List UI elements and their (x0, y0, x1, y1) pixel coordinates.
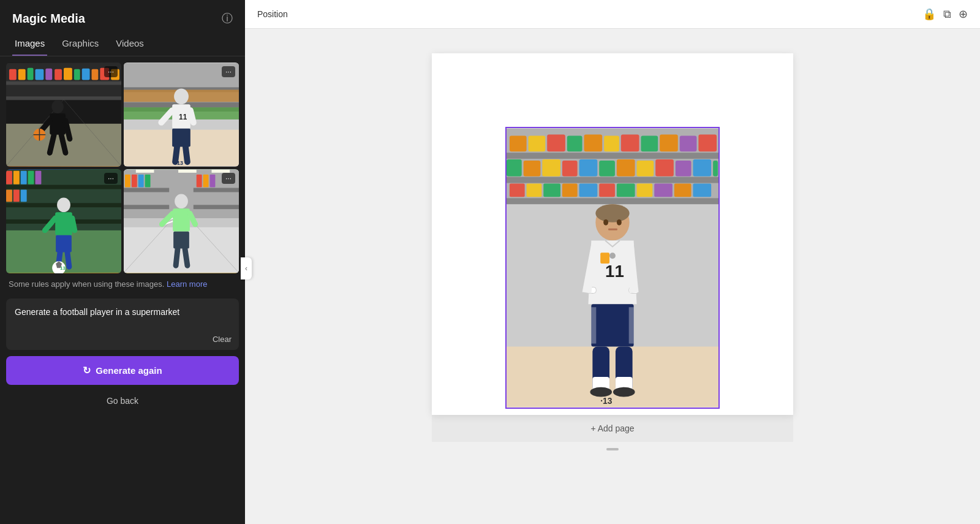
svg-point-142 (617, 219, 622, 226)
svg-text:13: 13 (60, 265, 66, 271)
top-bar-icons: 🔒 ⧉ ⊕ (922, 7, 968, 21)
position-label: Position (257, 9, 288, 19)
svg-rect-106 (547, 135, 565, 152)
svg-rect-101 (507, 153, 718, 159)
svg-rect-121 (617, 159, 635, 177)
svg-rect-117 (542, 159, 560, 177)
svg-rect-47 (6, 185, 121, 189)
svg-rect-63 (56, 235, 72, 253)
selected-image[interactable]: 11 (505, 127, 720, 409)
clear-button[interactable]: Clear (213, 335, 232, 344)
svg-rect-108 (584, 135, 603, 152)
svg-point-144 (609, 253, 616, 259)
svg-rect-9 (55, 69, 62, 80)
learn-more-link[interactable]: Learn more (167, 279, 207, 289)
add-page-bar[interactable]: + Add page (432, 415, 793, 442)
svg-rect-127 (510, 184, 525, 197)
svg-line-62 (72, 218, 75, 230)
svg-rect-120 (599, 161, 615, 177)
svg-rect-135 (654, 184, 673, 197)
svg-rect-103 (507, 198, 718, 204)
svg-rect-74 (124, 188, 169, 192)
thumb-menu-1[interactable]: ··· (104, 66, 118, 77)
svg-rect-81 (145, 175, 151, 188)
svg-rect-55 (6, 190, 12, 202)
thumb-menu-2[interactable]: ··· (222, 66, 235, 77)
svg-rect-129 (543, 184, 560, 197)
thumb-menu-4[interactable]: ··· (222, 173, 235, 184)
svg-rect-10 (64, 68, 72, 80)
svg-rect-71 (136, 170, 154, 173)
canvas-area: 11 (245, 29, 980, 524)
image-thumb-1[interactable]: ··· (6, 63, 121, 167)
collapse-panel-button[interactable]: ‹ (241, 257, 252, 279)
svg-rect-105 (529, 135, 546, 151)
panel-title: Magic Media (12, 12, 85, 26)
svg-rect-111 (641, 135, 658, 151)
svg-rect-95 (173, 232, 189, 249)
svg-rect-79 (132, 175, 137, 188)
svg-rect-130 (562, 184, 578, 197)
page-dot-1[interactable] (606, 448, 619, 450)
svg-point-19 (51, 100, 64, 113)
svg-rect-2 (6, 82, 121, 85)
image-thumb-4[interactable]: ··· (124, 169, 239, 273)
svg-line-43 (186, 146, 187, 162)
refresh-icon: ↻ (83, 365, 91, 376)
svg-rect-115 (507, 159, 522, 177)
svg-rect-118 (562, 161, 578, 177)
svg-point-36 (174, 88, 189, 104)
add-icon[interactable]: ⊕ (959, 7, 968, 21)
svg-rect-124 (676, 161, 692, 177)
svg-rect-50 (6, 171, 12, 184)
panel-header: Magic Media ⓘ (0, 0, 245, 33)
svg-rect-52 (21, 171, 27, 184)
svg-rect-51 (13, 171, 20, 184)
right-panel: Position 🔒 ⧉ ⊕ (245, 0, 980, 524)
tab-images[interactable]: Images (12, 33, 47, 56)
svg-rect-133 (617, 184, 635, 197)
lock-icon[interactable]: 🔒 (922, 7, 936, 21)
image-thumb-3[interactable]: 13 ··· (6, 169, 121, 273)
svg-text:11: 11 (179, 113, 187, 121)
svg-rect-83 (203, 175, 209, 188)
svg-rect-76 (124, 205, 169, 209)
svg-rect-4 (9, 69, 17, 80)
svg-rect-149 (591, 304, 633, 346)
svg-rect-123 (655, 159, 674, 177)
svg-rect-13 (92, 69, 99, 80)
svg-line-97 (185, 249, 187, 266)
svg-rect-60 (55, 212, 72, 235)
svg-rect-136 (674, 184, 692, 197)
svg-point-141 (603, 219, 608, 226)
image-thumb-2[interactable]: 11 13 ··· (124, 63, 239, 167)
svg-rect-80 (138, 175, 144, 188)
svg-rect-84 (210, 175, 216, 188)
svg-rect-104 (510, 135, 527, 151)
svg-rect-78 (125, 175, 130, 188)
tabs-bar: Images Graphics Videos (0, 33, 245, 56)
svg-rect-41 (172, 129, 190, 147)
svg-rect-128 (527, 184, 542, 197)
top-bar: Position 🔒 ⧉ ⊕ (245, 0, 980, 29)
svg-rect-112 (660, 135, 678, 152)
svg-rect-56 (13, 190, 20, 202)
generate-again-button[interactable]: ↻ Generate again (6, 356, 239, 385)
tab-graphics[interactable]: Graphics (59, 33, 101, 56)
tab-videos[interactable]: Videos (113, 33, 146, 56)
svg-rect-72 (178, 170, 197, 173)
svg-rect-137 (693, 184, 711, 197)
svg-text:·13: ·13 (600, 396, 612, 406)
svg-rect-107 (567, 135, 582, 151)
svg-point-140 (595, 204, 629, 222)
copy-icon[interactable]: ⧉ (943, 8, 951, 21)
svg-rect-12 (82, 69, 90, 80)
svg-rect-102 (507, 177, 718, 183)
prompt-area: Generate a football player in a supermar… (6, 298, 239, 350)
info-icon[interactable]: ⓘ (222, 11, 233, 26)
svg-rect-6 (28, 68, 34, 80)
svg-rect-89 (173, 208, 190, 232)
go-back-button[interactable]: Go back (6, 390, 239, 412)
svg-rect-5 (18, 69, 26, 80)
thumb-menu-3[interactable]: ··· (104, 173, 118, 184)
